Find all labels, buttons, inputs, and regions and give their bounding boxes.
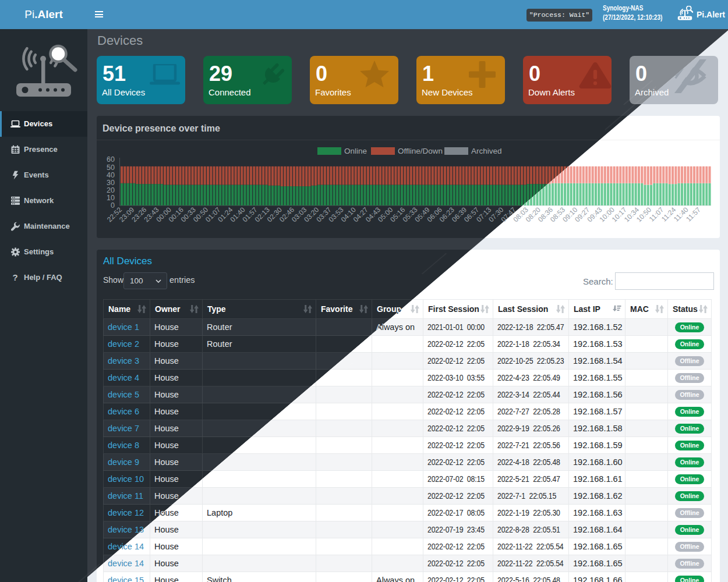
svg-text:40: 40 <box>107 171 115 179</box>
svg-text:60: 60 <box>107 155 115 164</box>
svg-text:20: 20 <box>107 186 115 194</box>
svg-text:50: 50 <box>107 164 115 172</box>
svg-text:10: 10 <box>107 194 115 202</box>
svg-text:11:57: 11:57 <box>684 205 702 223</box>
svg-text:30: 30 <box>107 179 115 187</box>
